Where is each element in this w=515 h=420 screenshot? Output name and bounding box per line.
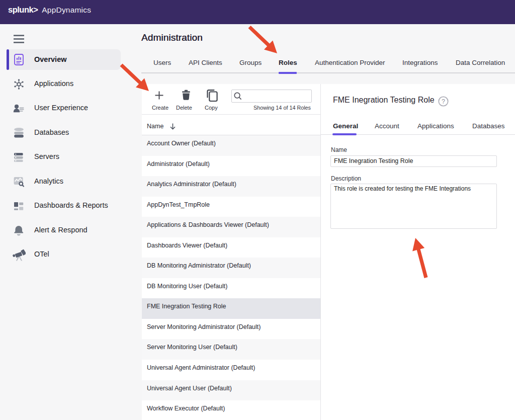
svg-text:?: ?	[442, 98, 445, 105]
